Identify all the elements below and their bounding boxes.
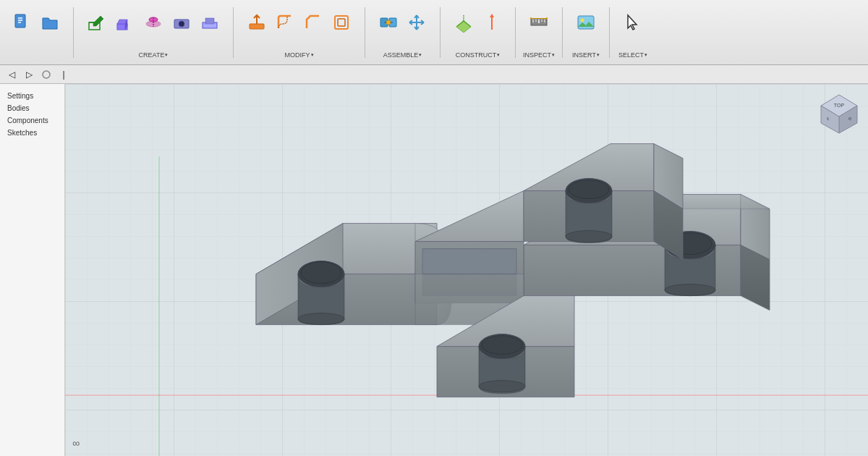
left-panel: Settings Bodies Components Sketches bbox=[0, 84, 65, 456]
modify-group: MODIFY ▾ bbox=[239, 4, 359, 62]
shell-icon[interactable] bbox=[328, 9, 354, 35]
measure-icon[interactable] bbox=[526, 9, 552, 35]
move-assemble-icon[interactable] bbox=[404, 9, 430, 35]
select-label[interactable]: SELECT ▾ bbox=[618, 51, 647, 59]
extrude-icon[interactable] bbox=[112, 9, 138, 35]
chamfer-icon[interactable] bbox=[300, 9, 326, 35]
create-dropdown-arrow: ▾ bbox=[165, 52, 168, 58]
svg-point-49 bbox=[479, 381, 525, 392]
sep-5 bbox=[515, 7, 516, 58]
svg-point-13 bbox=[179, 21, 184, 27]
fillet-icon[interactable] bbox=[272, 9, 298, 35]
svg-point-46 bbox=[665, 284, 715, 296]
sep-3 bbox=[365, 7, 365, 58]
open-icon[interactable] bbox=[37, 9, 63, 35]
create-group: CREATE ▾ bbox=[80, 4, 227, 62]
svg-text:TOP: TOP bbox=[834, 103, 845, 108]
forward-icon[interactable]: ▷ bbox=[22, 67, 36, 82]
svg-rect-0 bbox=[15, 14, 25, 28]
plane-icon[interactable] bbox=[451, 9, 477, 35]
3d-part bbox=[213, 130, 777, 442]
assemble-group: ASSEMBLE ▾ bbox=[371, 4, 434, 62]
hole-icon[interactable] bbox=[169, 9, 195, 35]
svg-point-21 bbox=[386, 20, 391, 25]
navigation-cube[interactable]: TOP R F bbox=[817, 91, 861, 135]
panel-item-sketches[interactable]: Sketches bbox=[4, 127, 60, 139]
inspect-group: INSPECT ▾ bbox=[522, 4, 556, 62]
svg-rect-15 bbox=[205, 18, 214, 24]
sep-7 bbox=[609, 7, 610, 58]
modify-label[interactable]: MODIFY ▾ bbox=[285, 51, 314, 59]
axis-icon[interactable] bbox=[479, 9, 505, 35]
sep-1 bbox=[73, 7, 74, 58]
svg-marker-6 bbox=[93, 16, 103, 26]
panel-item-bodies[interactable]: Bodies bbox=[4, 102, 60, 114]
select-dropdown-arrow: ▾ bbox=[644, 52, 647, 58]
main-toolbar: CREATE ▾ bbox=[0, 0, 868, 65]
panel-item-components[interactable]: Components bbox=[4, 114, 60, 127]
svg-point-43 bbox=[298, 313, 344, 325]
new-icon[interactable] bbox=[9, 9, 35, 35]
insert-dropdown-arrow: ▾ bbox=[597, 52, 600, 58]
circle-icon[interactable] bbox=[39, 67, 54, 82]
sep-6 bbox=[562, 7, 563, 58]
svg-point-48 bbox=[482, 336, 522, 355]
insert-group: INSERT ▾ bbox=[569, 4, 603, 62]
svg-point-36 bbox=[43, 71, 50, 78]
construct-dropdown-arrow: ▾ bbox=[497, 52, 500, 58]
viewport-info: ∞ bbox=[72, 437, 80, 449]
create-label[interactable]: CREATE ▾ bbox=[139, 51, 169, 59]
revolve-icon[interactable] bbox=[140, 9, 166, 35]
select-group: SELECT ▾ bbox=[616, 4, 650, 62]
svg-point-51 bbox=[569, 180, 609, 199]
3d-viewport[interactable]: TOP R F ∞ bbox=[65, 84, 868, 456]
svg-marker-24 bbox=[490, 14, 494, 17]
feature-icon[interactable] bbox=[197, 9, 223, 35]
back-icon[interactable]: ◁ bbox=[4, 67, 19, 82]
svg-rect-34 bbox=[578, 16, 594, 29]
construct-label[interactable]: CONSTRUCT ▾ bbox=[456, 51, 501, 59]
press-pull-icon[interactable] bbox=[244, 9, 270, 35]
svg-rect-16 bbox=[250, 24, 264, 29]
svg-point-52 bbox=[566, 231, 612, 242]
svg-rect-18 bbox=[338, 19, 345, 26]
secondary-toolbar: ◁ ▷ | bbox=[0, 65, 868, 84]
sep-2 bbox=[233, 7, 234, 58]
svg-point-35 bbox=[581, 18, 584, 22]
construct-group: CONSTRUCT ▾ bbox=[446, 4, 509, 62]
sep-4 bbox=[440, 7, 441, 58]
sketch-create-icon[interactable] bbox=[84, 9, 110, 35]
insert-image-icon[interactable] bbox=[573, 9, 599, 35]
line-icon[interactable]: | bbox=[56, 67, 71, 82]
inspect-dropdown-arrow: ▾ bbox=[552, 52, 555, 58]
infinity-symbol: ∞ bbox=[72, 437, 80, 449]
svg-rect-17 bbox=[335, 16, 348, 29]
main-area: Settings Bodies Components Sketches bbox=[0, 84, 868, 456]
svg-point-42 bbox=[301, 262, 341, 284]
assemble-label[interactable]: ASSEMBLE ▾ bbox=[383, 51, 422, 59]
insert-label[interactable]: INSERT ▾ bbox=[572, 51, 600, 59]
quickaccess-group bbox=[4, 4, 67, 62]
select-cursor-icon[interactable] bbox=[620, 9, 646, 35]
joint-icon[interactable] bbox=[375, 9, 401, 35]
assemble-dropdown-arrow: ▾ bbox=[419, 52, 422, 58]
modify-dropdown-arrow: ▾ bbox=[311, 52, 314, 58]
panel-item-settings[interactable]: Settings bbox=[4, 90, 60, 102]
inspect-label[interactable]: INSPECT ▾ bbox=[523, 51, 555, 59]
